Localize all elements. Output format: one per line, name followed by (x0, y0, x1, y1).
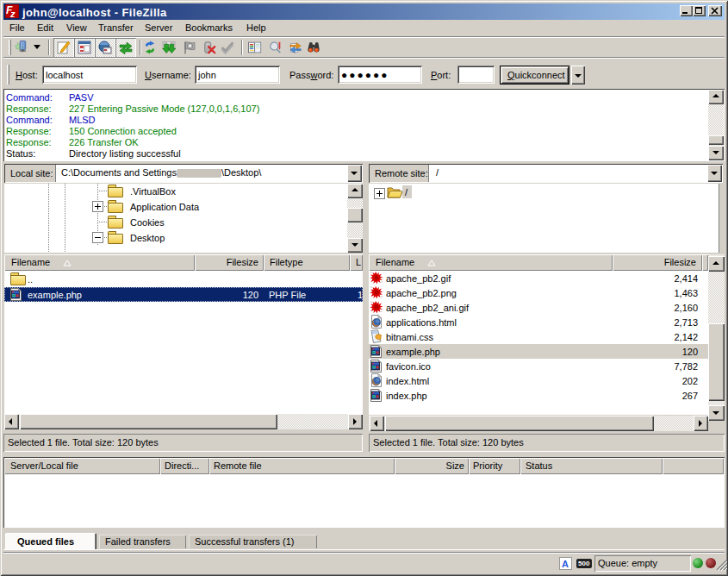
svg-text:z: z (9, 9, 16, 18)
